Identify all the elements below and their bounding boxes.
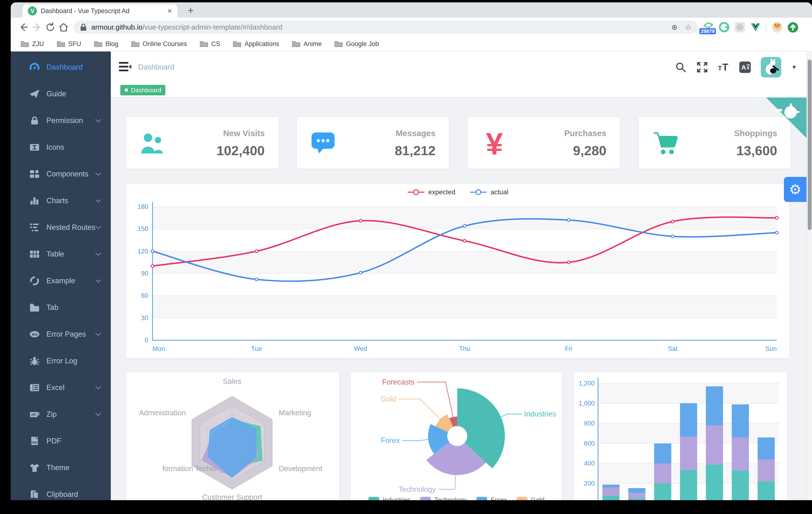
translate-icon[interactable]: A	[739, 61, 751, 73]
stat-card-label: New Visits	[223, 129, 265, 138]
text-size-icon[interactable]: TT	[718, 61, 729, 73]
tab-close-icon[interactable]: ✕	[167, 7, 172, 15]
bookmark-item[interactable]: ZJU	[21, 40, 44, 48]
bookmark-label: SFU	[68, 40, 81, 48]
error-404-icon: 404	[29, 329, 40, 340]
gear-icon: ⚙	[789, 182, 802, 198]
svg-text:PDF: PDF	[31, 441, 38, 444]
browser-tab[interactable]: V Dashboard - Vue Typescript Ad ✕	[23, 4, 177, 18]
sidebar-item-icons[interactable]: Icons	[11, 134, 111, 161]
chevron-down-icon	[95, 199, 101, 202]
extension-mail-icon[interactable]: 29879	[703, 22, 714, 32]
tag-dashboard[interactable]: Dashboard	[120, 85, 165, 96]
table-icon	[29, 249, 40, 260]
stat-card-label: Purchases	[564, 129, 606, 138]
bookmark-label: Google Job	[346, 40, 379, 48]
stat-card-value: 102,400	[216, 143, 265, 158]
vue-devtools-icon[interactable]	[750, 22, 761, 32]
chevron-down-icon	[95, 225, 101, 229]
sidebar-item-permission[interactable]: Permission	[11, 107, 111, 134]
bookmark-item[interactable]: Blog	[94, 40, 118, 48]
line-chart-card: expectedactual 0306090120150180MonTueWed…	[126, 184, 789, 358]
sidebar-item-zip[interactable]: ZIPZip	[11, 401, 111, 428]
sidebar-item-clipboard[interactable]: Clipboard	[11, 481, 111, 500]
fullscreen-icon[interactable]	[696, 61, 708, 73]
radar-axis-label: Development	[279, 464, 322, 473]
react-devtools-icon[interactable]	[734, 22, 745, 32]
url-text[interactable]: armour.github.io/vue-typescript-admin-te…	[91, 23, 664, 31]
settings-button[interactable]: ⚙	[784, 177, 807, 202]
github-corner-ribbon[interactable]	[760, 98, 807, 144]
bookmark-star-icon[interactable]: ☆	[685, 23, 692, 32]
bookmark-item[interactable]: SFU	[57, 40, 81, 48]
new-tab-button[interactable]: +	[185, 6, 197, 16]
bookmark-item[interactable]: Online Courses	[131, 40, 187, 48]
sidebar-item-example[interactable]: Example	[11, 268, 111, 294]
radar-axis-label: Sales	[223, 377, 241, 385]
search-icon[interactable]	[675, 61, 687, 73]
sidebar-item-error-log[interactable]: Error Log	[11, 348, 111, 374]
sidebar-item-label: Clipboard	[47, 490, 78, 499]
excel-icon	[29, 382, 40, 393]
sidebar-item-components[interactable]: Components	[11, 161, 111, 187]
home-icon[interactable]	[57, 21, 70, 34]
yen-icon: ¥	[481, 130, 508, 157]
sidebar-item-pdf[interactable]: PDFPDF	[11, 428, 111, 454]
svg-text:120: 120	[138, 248, 148, 255]
stat-card-purchases[interactable]: ¥Purchases9,280	[468, 117, 620, 168]
legend-item-actual[interactable]: actual	[470, 188, 509, 196]
bar-chart: 2004006008001,0001,200	[574, 372, 787, 500]
svg-text:200: 200	[584, 480, 595, 487]
chrome-update-icon[interactable]	[787, 22, 798, 32]
svg-text:Tue: Tue	[251, 345, 262, 352]
tag-active-dot	[125, 88, 128, 92]
svg-text:1,200: 1,200	[579, 380, 595, 387]
sidebar-item-error-pages[interactable]: 404Error Pages	[11, 321, 111, 348]
icons-icon	[29, 142, 40, 153]
scrollbar-thumb[interactable]	[808, 60, 812, 230]
pdf-icon: PDF	[29, 436, 40, 446]
legend-label: Forex	[491, 496, 507, 500]
page-scrollbar[interactable]	[807, 52, 812, 500]
sidebar-item-table[interactable]: Table	[11, 241, 111, 268]
sidebar-item-label: Zip	[47, 410, 57, 418]
svg-text:Mon: Mon	[152, 345, 165, 352]
caret-down-icon[interactable]: ▼	[791, 64, 797, 71]
sidebar-item-charts[interactable]: Charts	[11, 187, 111, 214]
sidebar-item-excel[interactable]: Excel	[11, 374, 111, 401]
sidebar-item-theme[interactable]: Theme	[11, 454, 111, 481]
sidebar-item-tab[interactable]: Tab	[11, 294, 111, 321]
grammarly-icon[interactable]	[719, 22, 729, 32]
pie-legend-item-technology[interactable]: Technology	[420, 496, 467, 500]
svg-text:Fri: Fri	[565, 345, 572, 352]
legend-item-expected[interactable]: expected	[407, 188, 455, 196]
bookmark-item[interactable]: Applications	[233, 40, 279, 48]
back-icon[interactable]	[17, 21, 30, 34]
radar-chart-card: SalesAdministrationformation TechologyCu…	[126, 372, 339, 500]
hamburger-icon[interactable]	[117, 59, 133, 74]
address-bar[interactable]: armour.github.io/vue-typescript-admin-te…	[74, 21, 698, 34]
stat-card-new-visits[interactable]: New Visits102,400	[126, 117, 278, 168]
sidebar-item-nested-routes[interactable]: Nested Routes	[11, 214, 111, 241]
message-icon	[311, 130, 337, 157]
bookmark-item[interactable]: Anime	[292, 40, 322, 48]
zoom-icon[interactable]: ⊕	[671, 23, 678, 32]
svg-text:600: 600	[584, 440, 595, 447]
tab-strip: V Dashboard - Vue Typescript Ad ✕ +	[11, 2, 812, 18]
bookmark-item[interactable]: CS	[200, 40, 221, 48]
sidebar-item-dashboard[interactable]: Dashboard	[11, 54, 111, 81]
pie-legend-item-gold[interactable]: Gold	[517, 496, 545, 500]
pie-legend-item-forex[interactable]: Forex	[476, 496, 507, 500]
stat-card-messages[interactable]: Messages81,212	[297, 117, 449, 168]
user-avatar[interactable]	[761, 57, 781, 78]
pie-slice-label: Forex	[381, 436, 400, 444]
pie-legend-item-industries[interactable]: Industries	[368, 496, 410, 500]
bookmark-item[interactable]: Google Job	[335, 40, 379, 48]
profile-avatar[interactable]	[772, 22, 782, 32]
forward-icon[interactable]	[30, 21, 44, 34]
sidebar-item-guide[interactable]: Guide	[11, 81, 111, 107]
sidebar-item-label: Components	[47, 170, 88, 178]
legend-label: Industries	[383, 496, 410, 500]
reload-icon[interactable]	[44, 21, 57, 34]
sidebar-item-label: Error Pages	[47, 330, 86, 339]
